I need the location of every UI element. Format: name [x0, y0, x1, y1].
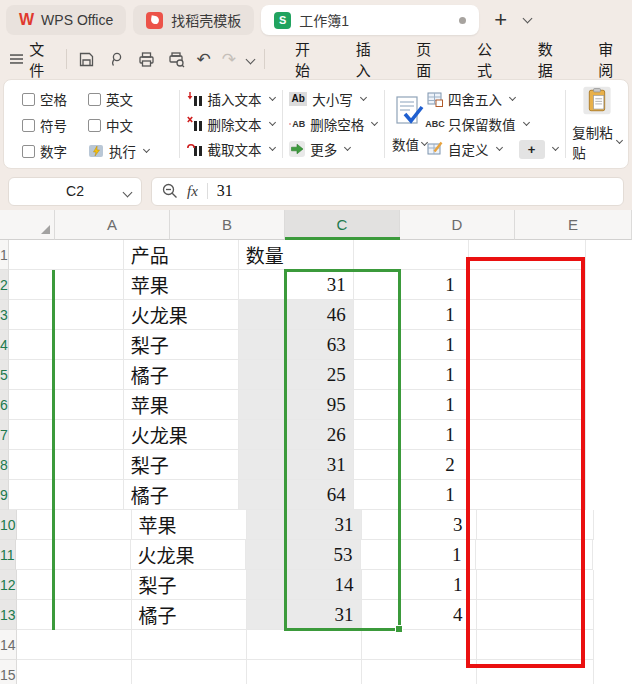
menu-item-insert[interactable]: 插入: [356, 38, 380, 80]
cell-A10[interactable]: [17, 510, 132, 540]
cell-E5[interactable]: [469, 360, 586, 390]
tab-list-chevron-icon[interactable]: [523, 14, 533, 24]
menu-item-home[interactable]: 开始: [295, 38, 319, 80]
round-button[interactable]: 四舍五入: [427, 86, 558, 111]
cell-E4[interactable]: [469, 330, 586, 360]
row-header-5[interactable]: 5: [0, 360, 9, 390]
row-header-4[interactable]: 4: [0, 330, 9, 360]
quick-access-chevron-icon[interactable]: [246, 54, 256, 64]
cell-B8[interactable]: 梨子: [124, 450, 239, 480]
checkbox-digit[interactable]: 数字: [22, 141, 88, 161]
cell-B15[interactable]: [132, 660, 247, 684]
cell-E10[interactable]: [477, 510, 594, 540]
checkbox-icon[interactable]: [88, 93, 101, 106]
cell-A4[interactable]: [9, 330, 124, 360]
cell-B2[interactable]: 苹果: [124, 270, 239, 300]
checkbox-icon[interactable]: [88, 119, 101, 132]
cell-C7[interactable]: 26: [239, 420, 354, 450]
row-header-2[interactable]: 2: [0, 270, 9, 300]
cell-A3[interactable]: [9, 300, 124, 330]
formula-input[interactable]: fx 31: [151, 177, 624, 206]
cell-B11[interactable]: 火龙果: [131, 540, 246, 570]
cell-C9[interactable]: 64: [239, 480, 354, 510]
cell-E13[interactable]: [477, 600, 594, 630]
name-box-chevron-icon[interactable]: [123, 187, 133, 197]
search-icon[interactable]: [162, 183, 178, 199]
remove-space-button[interactable]: AB 删除空格: [289, 111, 377, 136]
cell-C5[interactable]: 25: [239, 360, 354, 390]
insert-text-button[interactable]: 插入文本: [187, 86, 275, 111]
cell-C11[interactable]: 53: [246, 540, 361, 570]
menu-item-formula[interactable]: 公式: [477, 38, 501, 80]
tab-docer-templates[interactable]: 找稻壳模板: [133, 5, 254, 35]
cell-A8[interactable]: [9, 450, 124, 480]
cell-E8[interactable]: [469, 450, 586, 480]
cell-D12[interactable]: 1: [362, 570, 477, 600]
cell-C3[interactable]: 46: [239, 300, 354, 330]
cell-E9[interactable]: [469, 480, 586, 510]
cell-A2[interactable]: [9, 270, 124, 300]
cell-D10[interactable]: 3: [362, 510, 477, 540]
checkbox-icon[interactable]: [22, 145, 35, 158]
cell-B1[interactable]: 产品: [124, 240, 239, 270]
cell-D13[interactable]: 4: [362, 600, 477, 630]
cell-A9[interactable]: [9, 480, 124, 510]
checkbox-symbol[interactable]: 符号: [22, 115, 88, 135]
checkbox-chinese[interactable]: 中文: [88, 115, 172, 135]
cell-C13[interactable]: 31: [247, 600, 362, 630]
cell-D2[interactable]: 1: [354, 270, 469, 300]
cell-E14[interactable]: [477, 630, 594, 660]
cell-E12[interactable]: [477, 570, 594, 600]
new-tab-button[interactable]: +: [494, 9, 507, 31]
cell-C12[interactable]: 14: [247, 570, 362, 600]
cell-D6[interactable]: 1: [354, 390, 469, 420]
cell-C10[interactable]: 31: [247, 510, 362, 540]
file-menu-button[interactable]: 文件: [10, 38, 56, 80]
print-icon[interactable]: [137, 50, 156, 69]
cell-D15[interactable]: [362, 660, 477, 684]
cell-D3[interactable]: 1: [354, 300, 469, 330]
cell-C8[interactable]: 31: [239, 450, 354, 480]
keep-numeric-button[interactable]: ABC 只保留数值: [427, 111, 558, 136]
cell-A11[interactable]: [16, 540, 131, 570]
row-header-13[interactable]: 13: [0, 600, 17, 630]
cell-D9[interactable]: 1: [354, 480, 469, 510]
column-header-D[interactable]: D: [400, 210, 515, 240]
cell-E6[interactable]: [469, 390, 586, 420]
cell-C6[interactable]: 95: [239, 390, 354, 420]
custom-button[interactable]: 自定义 +: [427, 137, 558, 162]
row-header-15[interactable]: 15: [0, 660, 17, 684]
add-rule-button[interactable]: +: [519, 140, 545, 159]
cell-A7[interactable]: [9, 420, 124, 450]
cell-name-box[interactable]: C2: [8, 177, 142, 206]
dropdown-chevron-icon[interactable]: [552, 144, 559, 151]
cell-A5[interactable]: [9, 360, 124, 390]
extract-text-button[interactable]: 截取文本: [187, 137, 275, 162]
cell-E15[interactable]: [477, 660, 594, 684]
cell-C15[interactable]: [247, 660, 362, 684]
column-header-E[interactable]: E: [515, 210, 632, 240]
export-pdf-icon[interactable]: [107, 50, 126, 69]
column-header-C[interactable]: C: [285, 210, 400, 240]
cell-A14[interactable]: [17, 630, 132, 660]
row-header-1[interactable]: 1: [0, 240, 9, 270]
checkbox-english[interactable]: 英文: [88, 89, 172, 109]
checkbox-space[interactable]: 空格: [22, 89, 88, 109]
cell-B14[interactable]: [132, 630, 247, 660]
row-header-3[interactable]: 3: [0, 300, 9, 330]
cell-B6[interactable]: 苹果: [124, 390, 239, 420]
cell-E11[interactable]: [476, 540, 593, 570]
cell-B3[interactable]: 火龙果: [124, 300, 239, 330]
row-header-8[interactable]: 8: [0, 450, 9, 480]
checkbox-icon[interactable]: [22, 93, 35, 106]
cell-C1[interactable]: 数量: [239, 240, 354, 270]
menu-item-page[interactable]: 页面: [416, 38, 440, 80]
more-button[interactable]: 更多: [289, 137, 377, 162]
cell-A13[interactable]: [17, 600, 132, 630]
column-header-A[interactable]: A: [55, 210, 170, 240]
delete-text-button[interactable]: 删除文本: [187, 111, 275, 136]
cell-D11[interactable]: 1: [361, 540, 476, 570]
cell-E3[interactable]: [469, 300, 586, 330]
copy-paste-button[interactable]: 复制粘贴: [572, 86, 622, 162]
cell-E1[interactable]: [469, 240, 586, 270]
